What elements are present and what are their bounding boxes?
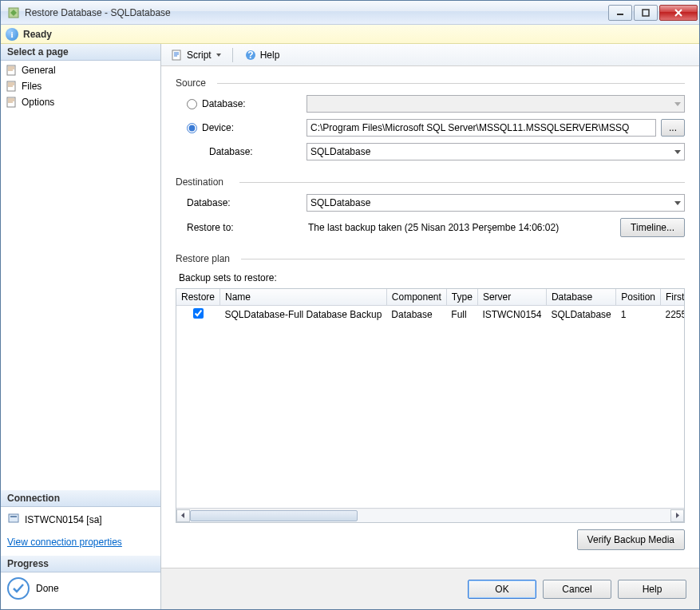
browse-device-button[interactable]: ...: [661, 119, 685, 137]
help-button[interactable]: ? Help: [239, 47, 285, 63]
cell-server: ISTWCN0154: [477, 306, 546, 324]
scrollbar-thumb[interactable]: [190, 510, 358, 521]
svg-rect-6: [9, 514, 18, 522]
restore-plan-group: Restore plan Backup sets to restore: Res…: [176, 253, 685, 550]
titlebar[interactable]: Restore Database - SQLDatabase: [1, 1, 699, 25]
dest-db-combo[interactable]: SQLDatabase: [306, 194, 685, 212]
window-title: Restore Database - SQLDatabase: [25, 7, 607, 18]
window-frame: Restore Database - SQLDatabase i Ready S…: [0, 0, 700, 610]
chevron-down-icon: [216, 53, 221, 57]
restore-to-value: The last backup taken (25 Nisan 2013 Per…: [306, 222, 615, 233]
script-label: Script: [187, 50, 212, 61]
table-row[interactable]: SQLDatabase-Full Database Backup Databas…: [176, 306, 684, 324]
help-icon: ?: [244, 49, 257, 61]
horizontal-scrollbar[interactable]: [176, 508, 684, 522]
col-first[interactable]: First: [661, 289, 685, 306]
connection-header: Connection: [1, 490, 160, 507]
source-database-label: Database:: [202, 98, 246, 109]
cancel-button[interactable]: Cancel: [543, 580, 611, 599]
page-icon: [6, 64, 18, 77]
view-connection-link[interactable]: View connection properties: [1, 532, 160, 556]
page-item-general[interactable]: General: [1, 62, 160, 78]
cell-position: 1: [616, 306, 661, 324]
source-db-combo[interactable]: SQLDatabase: [306, 143, 685, 160]
close-button[interactable]: [659, 5, 698, 21]
source-group: Source Database: Device: C:\Program File…: [176, 77, 685, 167]
col-restore[interactable]: Restore: [176, 289, 220, 306]
svg-rect-8: [172, 50, 180, 60]
cell-component: Database: [386, 306, 446, 324]
minimize-button[interactable]: [608, 5, 632, 21]
status-bar: i Ready: [1, 25, 699, 44]
page-icon: [6, 80, 18, 93]
col-component[interactable]: Component: [386, 289, 446, 306]
backup-sets-label: Backup sets to restore:: [179, 272, 685, 283]
script-button[interactable]: Script: [166, 47, 226, 63]
scroll-left-arrow[interactable]: [176, 509, 190, 522]
done-icon: [7, 577, 30, 600]
page-label: Files: [22, 81, 42, 92]
app-icon: [7, 6, 20, 19]
script-icon: [171, 49, 184, 61]
connection-text: ISTWCN0154 [sa]: [25, 514, 102, 525]
cell-type: Full: [446, 306, 477, 324]
svg-rect-7: [10, 516, 17, 517]
source-device-label: Device:: [202, 122, 234, 133]
col-name[interactable]: Name: [220, 289, 387, 306]
backup-sets-grid: Restore Name Component Type Server Datab…: [176, 288, 685, 523]
toolbar: Script ? Help: [161, 44, 699, 66]
source-device-radio[interactable]: [187, 123, 197, 133]
chevron-down-icon: [674, 102, 681, 106]
page-label: General: [22, 65, 56, 76]
page-icon: [6, 96, 18, 109]
col-position[interactable]: Position: [616, 289, 661, 306]
status-text: Ready: [23, 29, 52, 40]
page-item-files[interactable]: Files: [1, 78, 160, 94]
maximize-button[interactable]: [634, 5, 658, 21]
right-panel: Script ? Help Source Database:: [161, 44, 699, 609]
page-label: Options: [22, 97, 54, 108]
timeline-button[interactable]: Timeline...: [620, 218, 685, 237]
destination-legend: Destination: [176, 176, 228, 188]
left-panel: Select a page General Files Options Conn…: [1, 44, 161, 609]
progress-header: Progress: [1, 556, 160, 572]
restore-checkbox[interactable]: [193, 308, 204, 319]
cell-name: SQLDatabase-Full Database Backup: [220, 306, 387, 324]
help-label: Help: [260, 50, 280, 61]
source-database-radio[interactable]: [187, 99, 197, 109]
col-server[interactable]: Server: [477, 289, 546, 306]
dest-db-label: Database:: [187, 197, 231, 208]
source-legend: Source: [176, 77, 211, 89]
svg-rect-2: [643, 10, 649, 16]
verify-backup-button[interactable]: Verify Backup Media: [577, 529, 685, 550]
svg-text:?: ?: [247, 50, 253, 61]
cell-first: 2255: [661, 306, 685, 324]
scroll-right-arrow[interactable]: [670, 509, 684, 522]
select-page-header: Select a page: [1, 44, 160, 61]
col-database[interactable]: Database: [546, 289, 615, 306]
chevron-down-icon: [674, 201, 681, 205]
ok-button[interactable]: OK: [468, 580, 536, 599]
restore-to-label: Restore to:: [187, 222, 234, 233]
device-path-textbox[interactable]: C:\Program Files\Microsoft SQL Server\MS…: [306, 119, 656, 137]
destination-group: Destination Database: SQLDatabase Restor…: [176, 176, 685, 244]
separator: [232, 48, 233, 62]
source-db-label: Database:: [209, 146, 253, 157]
chevron-down-icon: [674, 150, 681, 154]
info-icon: i: [6, 28, 18, 41]
restore-plan-legend: Restore plan: [176, 253, 235, 264]
page-item-options[interactable]: Options: [1, 94, 160, 110]
source-database-combo: [306, 95, 685, 113]
cell-database: SQLDatabase: [546, 306, 615, 324]
progress-text: Done: [36, 583, 59, 594]
dialog-footer: OK Cancel Help: [161, 568, 699, 609]
server-icon: [7, 512, 20, 527]
help-dialog-button[interactable]: Help: [618, 580, 686, 599]
col-type[interactable]: Type: [446, 289, 477, 306]
